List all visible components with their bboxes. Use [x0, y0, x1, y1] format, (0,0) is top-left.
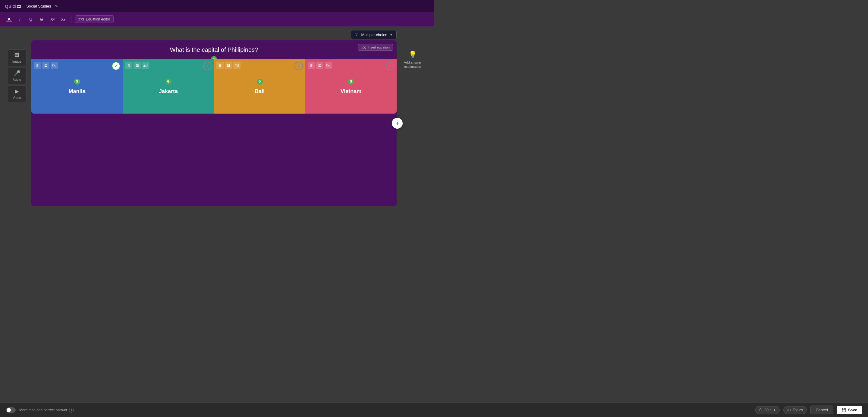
subscript-button[interactable]: X₂: [59, 16, 67, 23]
question-type-selector[interactable]: ☑ Multiple-choice ▼: [351, 30, 397, 39]
right-panel: 💡 Add answer explanation: [399, 27, 429, 208]
delete-answer-4-button[interactable]: 🗑: [308, 62, 315, 69]
answer-text-3[interactable]: Bali: [255, 88, 265, 95]
grammarly-1: G: [74, 78, 80, 85]
delete-answer-1-button[interactable]: 🗑: [34, 62, 41, 69]
center-area: ☑ Multiple-choice ▼ f(x) Insert equation…: [31, 27, 397, 208]
type-selector-row: ☑ Multiple-choice ▼: [31, 27, 397, 40]
image-answer-4-button[interactable]: 🖼: [316, 62, 323, 69]
video-icon: ▶: [15, 88, 19, 95]
answer-card-2[interactable]: 🗑 🖼 f(x) ✓ G Jakarta: [123, 59, 214, 114]
add-explanation-button[interactable]: 💡 Add answer explanation: [399, 51, 426, 69]
answer-card-3[interactable]: 🗑 🖼 f(x) ✓ G Bali: [214, 59, 305, 114]
answer-toolbar-3: 🗑 🖼 f(x): [216, 62, 241, 69]
content-area: 🖼 Image 🎤 Audio ▶ Video ☑ Multiple-choic…: [0, 27, 434, 208]
answer-text-2[interactable]: Jakarta: [159, 88, 178, 95]
question-panel: f(x) Insert equation G What is the capit…: [31, 40, 397, 206]
image-answer-1-button[interactable]: 🖼: [42, 62, 50, 69]
text-color-button[interactable]: A: [5, 16, 13, 23]
grammarly-4: G: [348, 78, 354, 85]
media-sidebar: 🖼 Image 🎤 Audio ▶ Video: [5, 44, 29, 208]
delete-answer-3-button[interactable]: 🗑: [216, 62, 224, 69]
underline-button[interactable]: U: [27, 16, 35, 23]
answer-card-4[interactable]: 🗑 🖼 f(x) ✓ G Vietnam: [305, 59, 397, 114]
correct-check-1[interactable]: ✓: [112, 62, 120, 70]
italic-button[interactable]: I: [16, 16, 24, 23]
logo: Quizizz: [5, 4, 22, 9]
eq-answer-4-button[interactable]: f(x): [324, 62, 332, 69]
fx-icon: f(x): [79, 17, 84, 22]
top-nav: Quizizz Social Studies ✎: [0, 0, 434, 12]
grammarly-3: G: [257, 78, 263, 85]
edit-icon[interactable]: ✎: [55, 4, 58, 8]
chevron-down-icon: ▼: [390, 33, 393, 36]
add-answer-button[interactable]: +: [392, 118, 403, 129]
answer-toolbar-2: 🗑 🖼 f(x): [125, 62, 149, 69]
image-button[interactable]: 🖼 Image: [7, 50, 27, 66]
image-icon: 🖼: [14, 52, 20, 59]
question-text[interactable]: What is the capital of Phillipines?: [170, 46, 258, 53]
answers-grid: 🗑 🖼 f(x) ✓ G Manila 🗑 🖼 f(x) ✓: [31, 59, 397, 114]
video-button[interactable]: ▶ Video: [7, 85, 27, 102]
audio-button[interactable]: 🎤 Audio: [7, 67, 27, 84]
bulb-icon: 💡: [409, 51, 417, 59]
answer-toolbar-1: 🗑 🖼 f(x): [34, 62, 58, 69]
grammarly-2: G: [165, 78, 172, 85]
superscript-button[interactable]: X²: [48, 16, 57, 23]
quiz-title: Social Studies: [26, 4, 51, 8]
toolbar-divider: [71, 16, 71, 23]
answer-card-1[interactable]: 🗑 🖼 f(x) ✓ G Manila: [31, 59, 123, 114]
correct-check-2[interactable]: ✓: [203, 62, 212, 70]
correct-check-4[interactable]: ✓: [386, 62, 394, 70]
equation-editor-button[interactable]: f(x) Equation editor: [75, 15, 114, 23]
audio-icon: 🎤: [13, 70, 20, 76]
correct-check-3[interactable]: ✓: [294, 62, 303, 70]
image-answer-2-button[interactable]: 🖼: [133, 62, 141, 69]
question-area[interactable]: What is the capital of Phillipines?: [31, 40, 397, 59]
multiple-choice-icon: ☑: [355, 32, 359, 37]
answer-text-1[interactable]: Manila: [68, 88, 85, 95]
eq-answer-2-button[interactable]: f(x): [142, 62, 149, 69]
eq-answer-1-button[interactable]: f(x): [51, 62, 58, 69]
toolbar: A I U S X² X₂ f(x) Equation editor: [0, 12, 434, 27]
image-answer-3-button[interactable]: 🖼: [225, 62, 232, 69]
delete-answer-2-button[interactable]: 🗑: [125, 62, 132, 69]
strikethrough-button[interactable]: S: [37, 16, 46, 23]
answer-toolbar-4: 🗑 🖼 f(x): [308, 62, 332, 69]
answer-text-4[interactable]: Vietnam: [341, 88, 362, 95]
eq-answer-3-button[interactable]: f(x): [233, 62, 241, 69]
